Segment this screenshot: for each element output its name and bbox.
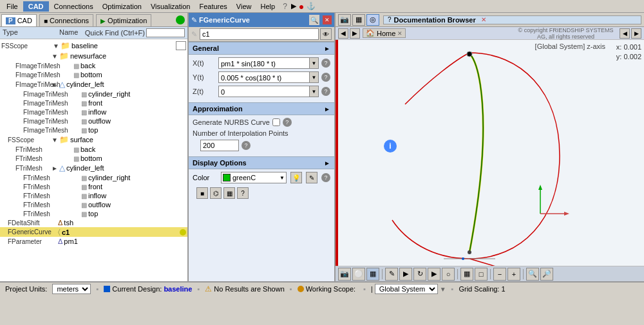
expand-btn[interactable]: ▼ bbox=[52, 136, 58, 144]
vp-pan-btn[interactable]: ▶ bbox=[428, 268, 440, 281]
xt-value[interactable]: pm1 * sin(180 * t) bbox=[219, 58, 309, 68]
tree-row[interactable]: FTriMesh ► △ cylinder_left bbox=[0, 163, 187, 173]
expand-btn[interactable]: ▼ bbox=[53, 42, 59, 50]
doc-close-icon[interactable]: ✕ bbox=[481, 16, 486, 23]
tree-row[interactable]: FImageTriMesh ▩ bottom bbox=[0, 70, 187, 79]
close-icon[interactable]: ✕ bbox=[323, 15, 332, 24]
expand-btn[interactable]: ▼ bbox=[52, 53, 58, 60]
vp-mag2-btn[interactable]: 🔎 bbox=[540, 268, 553, 281]
tree-row[interactable]: FSScope ▼ 📁 surface bbox=[0, 135, 187, 145]
tree-row[interactable]: FTriMesh ▩ bottom bbox=[0, 154, 187, 163]
home-tab[interactable]: 🏠 Home ✕ bbox=[363, 28, 406, 38]
vp-plus-btn[interactable]: + bbox=[507, 268, 520, 281]
tree-row[interactable]: FDeltaShift Δ tsh bbox=[0, 218, 187, 227]
interp-help[interactable]: ? bbox=[242, 141, 251, 150]
yt-help[interactable]: ? bbox=[321, 73, 330, 82]
vp-circle-btn[interactable]: ⚪ bbox=[352, 268, 365, 281]
vp-camera-btn[interactable]: 📷 bbox=[338, 268, 351, 281]
display-section-header[interactable]: Display Options ► bbox=[189, 156, 334, 169]
grid-btn[interactable]: ▦ bbox=[223, 187, 235, 199]
vp-mag-btn[interactable]: 🔍 bbox=[526, 268, 539, 281]
menu-view[interactable]: View bbox=[232, 1, 256, 12]
camera-icon[interactable]: 📷 bbox=[338, 14, 351, 26]
menu-connections[interactable]: Connections bbox=[50, 1, 97, 12]
general-section-header[interactable]: General ► bbox=[189, 42, 334, 55]
color-dropdown-arrow[interactable]: ▼ bbox=[279, 175, 285, 181]
tree-row[interactable]: FImageTriMesh ▩ inflow bbox=[0, 107, 187, 116]
color-bulb-btn[interactable]: 💡 bbox=[290, 172, 302, 183]
units-dropdown[interactable]: meters bbox=[52, 284, 91, 294]
tree-row[interactable]: ▼ 📁 newsurface bbox=[0, 51, 187, 61]
tree-row[interactable]: FTriMesh ▩ back bbox=[0, 145, 187, 154]
vp-rotate-btn[interactable]: ↻ bbox=[413, 268, 426, 281]
color-help[interactable]: ? bbox=[321, 173, 330, 182]
approx-section-header[interactable]: Approximation ► bbox=[189, 102, 334, 115]
target-icon[interactable]: ◎ bbox=[366, 14, 379, 26]
tree-row[interactable]: FParameter Δ pm1 bbox=[0, 237, 187, 246]
tree-row[interactable]: FImageTriMesh ► △ cylinder_left bbox=[0, 79, 187, 89]
color-selector[interactable]: greenC ▼ bbox=[221, 172, 287, 183]
tree-row-c1[interactable]: FGenericCurve 〈 c1 bbox=[0, 227, 187, 237]
tree-row[interactable]: FTriMesh ▩ inflow bbox=[0, 191, 187, 200]
expand-arrow: ► bbox=[324, 160, 330, 167]
tree-row[interactable]: FTriMesh ▩ cylinder_right bbox=[0, 173, 187, 182]
tree-row[interactable]: FTriMesh ▩ top bbox=[0, 209, 187, 218]
shield-btn[interactable]: ■ bbox=[196, 187, 208, 199]
tree-row[interactable]: FImageTriMesh ▩ back bbox=[0, 61, 187, 70]
vp-box-btn[interactable]: □ bbox=[475, 268, 488, 281]
vp-pencil-btn[interactable]: ✎ bbox=[385, 268, 398, 281]
tab-optimization[interactable]: ▶ Optimization bbox=[96, 14, 151, 26]
menu-features[interactable]: Features bbox=[195, 1, 231, 12]
key-btn[interactable]: ⌬ bbox=[210, 187, 222, 199]
vp-zoom-btn[interactable]: ○ bbox=[442, 268, 455, 281]
menu-file[interactable]: File bbox=[3, 1, 22, 12]
coord-system-item: | Global System ▼ bbox=[371, 284, 446, 294]
home-close-icon[interactable]: ✕ bbox=[397, 30, 402, 37]
interp-value-input[interactable] bbox=[200, 140, 239, 151]
viewport-bottom-toolbar: 📷 ⚪ ▦ ✎ ▶ ↻ ▶ ○ ▦ □ − + 🔍 bbox=[336, 266, 644, 281]
object-name-input[interactable] bbox=[200, 28, 319, 40]
optimization-icon: ▶ bbox=[100, 17, 106, 24]
expand-btn[interactable]: ► bbox=[52, 165, 58, 172]
zt-dropdown-btn[interactable]: ▼ bbox=[309, 86, 318, 97]
tree-row[interactable]: FImageTriMesh ▩ top bbox=[0, 125, 187, 135]
color-edit-btn[interactable]: ✎ bbox=[306, 172, 317, 183]
grid2-icon[interactable]: ▦ bbox=[352, 14, 365, 26]
yt-value[interactable]: 0.005 * cos(180 * t) bbox=[219, 72, 309, 82]
menu-optimization[interactable]: Optimization bbox=[99, 1, 146, 12]
vp-minus-btn[interactable]: − bbox=[493, 268, 506, 281]
vp-mesh-btn[interactable]: ▦ bbox=[366, 268, 379, 281]
tree-row[interactable]: FImageTriMesh ▩ cylinder_right bbox=[0, 89, 187, 98]
tree-row[interactable]: FImageTriMesh ▩ front bbox=[0, 98, 187, 107]
menu-help[interactable]: Help bbox=[257, 1, 279, 12]
tab-cad[interactable]: P CAD bbox=[1, 14, 37, 26]
tree-row[interactable]: FTriMesh ▩ outflow bbox=[0, 200, 187, 209]
vp-select-btn[interactable]: ▶ bbox=[399, 268, 412, 281]
nurbs-help[interactable]: ? bbox=[283, 118, 292, 127]
vp-grid3-btn[interactable]: ▦ bbox=[460, 268, 473, 281]
tree-row[interactable]: FTriMesh ▩ front bbox=[0, 182, 187, 191]
xt-dropdown-btn[interactable]: ▼ bbox=[309, 58, 318, 68]
right-scroll-btn[interactable]: ▶ bbox=[631, 28, 641, 39]
xt-help[interactable]: ? bbox=[321, 59, 330, 68]
tab-connections[interactable]: ■ Connections bbox=[39, 14, 93, 26]
left-scroll-btn[interactable]: ◀ bbox=[620, 28, 630, 39]
zt-value[interactable]: 0 bbox=[219, 86, 309, 97]
search-icon[interactable]: 🔍 bbox=[309, 15, 319, 25]
generate-nurbs-checkbox[interactable] bbox=[272, 118, 280, 126]
tree-row[interactable]: FSScope ▼ 📁 baseline bbox=[0, 41, 187, 51]
yt-dropdown-btn[interactable]: ▼ bbox=[309, 72, 318, 82]
zt-help[interactable]: ? bbox=[321, 87, 330, 96]
eye-button[interactable]: 👁 bbox=[320, 28, 332, 40]
help-btn[interactable]: ? bbox=[237, 187, 249, 199]
back-nav-btn[interactable]: ◀ bbox=[338, 28, 348, 39]
expand-btn[interactable]: ► bbox=[52, 81, 58, 88]
filter-box[interactable] bbox=[176, 41, 186, 50]
zt-label: Z(t) bbox=[193, 88, 216, 95]
tree-row[interactable]: FImageTriMesh ▩ outflow bbox=[0, 116, 187, 125]
quick-find-input[interactable] bbox=[146, 28, 185, 37]
menu-cad[interactable]: CAD bbox=[23, 1, 49, 12]
menu-visualization[interactable]: Visualization bbox=[147, 1, 194, 12]
forward-nav-btn[interactable]: ▶ bbox=[350, 28, 360, 39]
coord-system-dropdown[interactable]: Global System bbox=[375, 284, 438, 294]
